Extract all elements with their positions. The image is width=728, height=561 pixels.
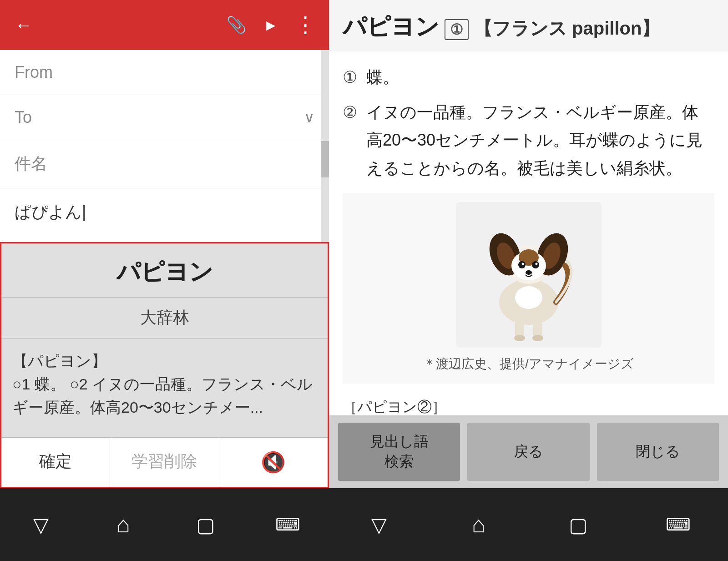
- nav-keyboard-icon: ⌨: [275, 515, 300, 535]
- dict-bottom-buttons: 見出し語 検索 戻る 閉じる: [329, 415, 728, 488]
- from-label: From: [15, 63, 53, 82]
- ime-preview: 【パピヨン】 ○1 蝶。 ○2 イヌの一品種。フランス・ベルギー原産。体高20〜…: [1, 339, 328, 437]
- svg-point-19: [515, 286, 542, 309]
- close-label: 閉じる: [636, 443, 680, 460]
- right-panel: パピヨン ① 【フランス papillon】 ① 蝶。 ② イヌの一品種。フラン…: [329, 0, 728, 561]
- back-button[interactable]: ←: [11, 12, 36, 38]
- headword-search-label: 見出し語 検索: [370, 433, 429, 470]
- dog-svg: [465, 207, 592, 343]
- ime-icon-button[interactable]: 🔇: [219, 438, 328, 487]
- ime-title: パピヨン: [1, 243, 328, 298]
- subject-label: 件名: [15, 154, 47, 173]
- dict-header: パピヨン ① 【フランス papillon】: [329, 0, 728, 52]
- dict-image-container: ＊渡辺広史、提供/アマナイメージズ: [343, 193, 714, 384]
- left-bottom-nav: ▽ ⌂ ▢ ⌨: [0, 488, 329, 561]
- nav-keyboard-button[interactable]: ⌨: [270, 506, 306, 543]
- subject-field[interactable]: 件名: [0, 140, 329, 188]
- mushroom-icon: 🔇: [261, 451, 286, 473]
- right-nav-keyboard-icon: ⌨: [666, 515, 691, 535]
- svg-point-11: [532, 261, 539, 268]
- ime-delete-button[interactable]: 学習削除: [110, 438, 219, 487]
- nav-square-icon: ▢: [196, 513, 215, 536]
- right-nav-recent-button[interactable]: ▢: [560, 506, 597, 543]
- body-text: ぱぴよん|: [15, 202, 86, 221]
- dict-def-text-1: 蝶。: [366, 63, 714, 91]
- ime-source: 大辞林: [1, 298, 328, 339]
- svg-point-13: [535, 263, 537, 265]
- close-button[interactable]: 閉じる: [597, 423, 719, 481]
- svg-point-17: [514, 335, 525, 341]
- dict-content: ① 蝶。 ② イヌの一品種。フランス・ベルギー原産。体高20〜30センチメートル…: [329, 52, 728, 415]
- dict-title-reading: 【フランス papillon】: [474, 16, 660, 41]
- right-nav-square-icon: ▢: [569, 513, 588, 536]
- dict-def-num-2: ②: [343, 98, 359, 126]
- chevron-down-icon: ∨: [304, 109, 314, 126]
- left-panel: ← 📎 ► ⋮ From To ∨ 件名 ぱぴよん| パピヨン: [0, 0, 329, 561]
- to-field[interactable]: To ∨: [0, 95, 329, 140]
- scroll-thumb[interactable]: [321, 141, 329, 177]
- right-nav-home-icon: ⌂: [472, 511, 485, 538]
- nav-home-icon: ⌂: [116, 511, 130, 538]
- nav-back-button[interactable]: ▽: [23, 506, 59, 543]
- dict-num-badge: ①: [445, 19, 469, 40]
- more-button[interactable]: ⋮: [293, 12, 318, 38]
- back-label: 戻る: [514, 443, 543, 460]
- dog-photo: [456, 202, 602, 348]
- headword-search-button[interactable]: 見出し語 検索: [338, 423, 460, 481]
- back-icon: ←: [15, 15, 33, 35]
- dict-title-row: パピヨン ① 【フランス papillon】: [343, 11, 714, 43]
- to-label: To: [15, 108, 32, 127]
- from-field[interactable]: From: [0, 50, 329, 95]
- dict-title-main: パピヨン: [343, 11, 439, 43]
- right-bottom-nav: ▽ ⌂ ▢ ⌨: [329, 488, 728, 561]
- svg-point-10: [518, 261, 526, 268]
- svg-point-18: [532, 335, 543, 341]
- more-icon: ⋮: [294, 14, 316, 36]
- ime-confirm-button[interactable]: 確定: [1, 438, 110, 487]
- dict-def-1: ① 蝶。: [343, 63, 714, 91]
- attach-icon: 📎: [226, 15, 247, 35]
- dict-def-2: ② イヌの一品種。フランス・ベルギー原産。体高20〜30センチメートル。耳が蝶の…: [343, 98, 714, 182]
- nav-home-button[interactable]: ⌂: [105, 506, 142, 543]
- dict-def-text-2: イヌの一品種。フランス・ベルギー原産。体高20〜30センチメートル。耳が蝶のよう…: [366, 98, 714, 182]
- ime-buttons: 確定 学習削除 🔇: [1, 437, 328, 487]
- dict-ref: ［パピヨン②］: [343, 394, 714, 415]
- send-icon: ►: [263, 16, 278, 34]
- right-nav-home-button[interactable]: ⌂: [460, 506, 497, 543]
- right-nav-triangle-icon: ▽: [371, 513, 387, 536]
- nav-triangle-icon: ▽: [33, 513, 49, 536]
- send-button[interactable]: ►: [258, 12, 283, 38]
- nav-recent-button[interactable]: ▢: [187, 506, 224, 543]
- svg-point-12: [521, 263, 524, 265]
- right-nav-back-button[interactable]: ▽: [361, 506, 397, 543]
- back-button-dict[interactable]: 戻る: [467, 423, 589, 481]
- svg-point-14: [526, 270, 532, 275]
- attach-button[interactable]: 📎: [223, 12, 249, 38]
- dict-def-num-1: ①: [343, 63, 359, 91]
- image-caption: ＊渡辺広史、提供/アマナイメージズ: [423, 353, 634, 375]
- email-top-bar: ← 📎 ► ⋮: [0, 0, 329, 50]
- right-nav-keyboard-button[interactable]: ⌨: [660, 506, 696, 543]
- ime-popup: パピヨン 大辞林 【パピヨン】 ○1 蝶。 ○2 イヌの一品種。フランス・ベルギ…: [0, 242, 329, 488]
